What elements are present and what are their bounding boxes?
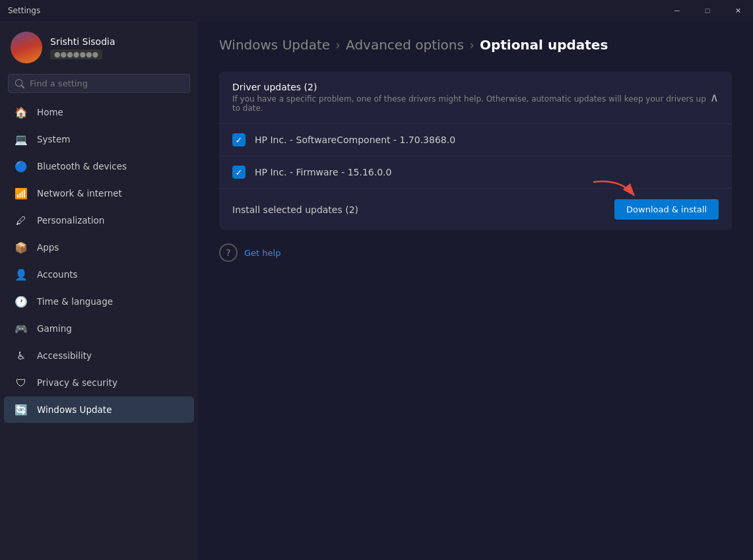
breadcrumb-sep-2: › (469, 37, 475, 53)
minimize-button[interactable]: ─ (662, 0, 692, 21)
sidebar-item-label-home: Home (37, 107, 63, 117)
gaming-icon: 🎮 (15, 322, 28, 335)
sidebar-item-bluetooth[interactable]: 🔵Bluetooth & devices (4, 153, 194, 179)
titlebar: Settings ─ □ ✕ (0, 0, 753, 21)
sidebar-item-gaming[interactable]: 🎮Gaming (4, 315, 194, 342)
sidebar-item-label-apps: Apps (37, 242, 59, 253)
sidebar-item-network[interactable]: 📶Network & internet (4, 180, 194, 206)
install-bar: Install selected updates (2) Download & … (219, 188, 732, 230)
sidebar-item-personalization[interactable]: 🖊Personalization (4, 207, 194, 233)
search-icon (15, 79, 24, 88)
driver-2-label: HP Inc. - Firmware - 15.16.0.0 (255, 167, 391, 177)
checkbox-driver-1[interactable]: ✓ (232, 133, 246, 146)
home-icon: 🏠 (15, 106, 28, 119)
get-help[interactable]: ? Get help (219, 243, 732, 262)
app-title: Settings (8, 6, 40, 15)
checkbox-driver-2[interactable]: ✓ (232, 166, 246, 179)
sidebar-item-label-accessibility: Accessibility (37, 350, 92, 361)
search-bar[interactable] (8, 74, 190, 93)
sidebar-item-label-network: Network & internet (37, 188, 122, 199)
sidebar-item-apps[interactable]: 📦Apps (4, 234, 194, 261)
breadcrumb-advanced-options[interactable]: Advanced options (346, 37, 464, 53)
close-button[interactable]: ✕ (723, 0, 753, 21)
sidebar-item-system[interactable]: 💻System (4, 126, 194, 152)
breadcrumb: Windows Update › Advanced options › Opti… (219, 37, 732, 53)
sidebar-item-time[interactable]: 🕐Time & language (4, 288, 194, 315)
accessibility-icon: ♿ (15, 349, 28, 362)
sidebar-item-accounts[interactable]: 👤Accounts (4, 261, 194, 288)
collapse-icon: ∧ (710, 90, 719, 104)
sidebar-item-label-personalization: Personalization (37, 215, 104, 226)
main-content: Windows Update › Advanced options › Opti… (198, 21, 753, 560)
bluetooth-icon: 🔵 (15, 160, 28, 173)
driver-updates-header[interactable]: Driver updates (2) If you have a specifi… (219, 71, 732, 123)
network-icon: 📶 (15, 187, 28, 200)
app-body: Srishti Sisodia ●●●●●●● 🏠Home💻System🔵Blu… (0, 21, 753, 560)
accounts-icon: 👤 (15, 268, 28, 281)
breadcrumb-sep-1: › (335, 37, 341, 53)
sidebar-item-accessibility[interactable]: ♿Accessibility (4, 342, 194, 369)
sidebar-item-label-windows-update: Windows Update (37, 404, 112, 415)
avatar (11, 32, 42, 63)
privacy-icon: 🛡 (15, 376, 28, 389)
install-selected-label: Install selected updates (2) (232, 204, 358, 215)
restore-button[interactable]: □ (692, 0, 723, 21)
user-info: Srishti Sisodia ●●●●●●● (50, 36, 187, 59)
user-account: ●●●●●●● (50, 49, 102, 59)
sidebar-item-label-gaming: Gaming (37, 323, 72, 334)
sidebar-item-home[interactable]: 🏠Home (4, 99, 194, 125)
windows-update-icon: 🔄 (15, 403, 28, 416)
driver-item-1: ✓ HP Inc. - SoftwareComponent - 1.70.386… (219, 124, 732, 156)
driver-updates-subtitle: If you have a specific problem, one of t… (232, 94, 710, 113)
user-name: Srishti Sisodia (50, 36, 187, 47)
get-help-label[interactable]: Get help (244, 248, 280, 258)
sidebar: Srishti Sisodia ●●●●●●● 🏠Home💻System🔵Blu… (0, 21, 198, 560)
sidebar-item-label-bluetooth: Bluetooth & devices (37, 161, 127, 171)
sidebar-item-label-accounts: Accounts (37, 269, 78, 280)
time-icon: 🕐 (15, 295, 28, 308)
driver-updates-title: Driver updates (2) (232, 82, 710, 92)
driver-updates-card: Driver updates (2) If you have a specifi… (219, 71, 732, 230)
window-controls: ─ □ ✕ (662, 0, 753, 21)
breadcrumb-windows-update[interactable]: Windows Update (219, 37, 330, 53)
search-input[interactable] (30, 78, 183, 88)
download-install-button[interactable]: Download & install (614, 199, 719, 220)
sidebar-item-label-time: Time & language (37, 296, 113, 307)
sidebar-item-privacy[interactable]: 🛡Privacy & security (4, 369, 194, 396)
breadcrumb-optional-updates: Optional updates (480, 37, 608, 53)
nav-container: 🏠Home💻System🔵Bluetooth & devices📶Network… (0, 98, 198, 423)
driver-item-2: ✓ HP Inc. - Firmware - 15.16.0.0 (219, 156, 732, 188)
user-profile[interactable]: Srishti Sisodia ●●●●●●● (0, 21, 198, 71)
apps-icon: 📦 (15, 241, 28, 254)
sidebar-item-label-privacy: Privacy & security (37, 377, 117, 388)
driver-1-label: HP Inc. - SoftwareComponent - 1.70.3868.… (255, 135, 455, 145)
personalization-icon: 🖊 (15, 214, 28, 227)
system-icon: 💻 (15, 133, 28, 146)
sidebar-item-windows-update[interactable]: 🔄Windows Update (4, 396, 194, 423)
sidebar-item-label-system: System (37, 134, 70, 144)
get-help-icon: ? (219, 243, 238, 262)
